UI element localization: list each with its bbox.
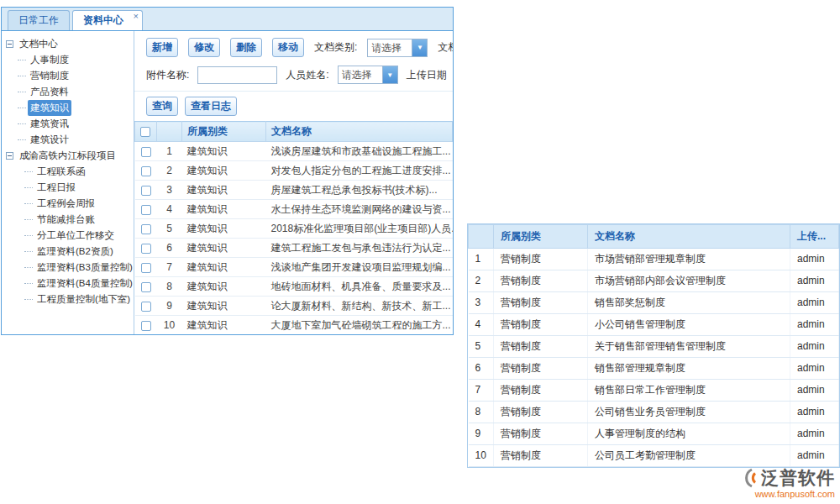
document-row[interactable]: 8建筑知识地砖地面材料、机具准备、质量要求及... [135,277,453,297]
row-checkbox-cell [135,277,157,297]
tab-data-center[interactable]: 资料中心 × [72,10,143,30]
category-header[interactable]: 所属别类 [182,122,266,142]
document-row[interactable]: 9营销制度人事管理制度的结构admin [469,423,839,445]
row-checkbox[interactable] [141,282,151,292]
row-uploader: admin [790,336,839,358]
row-category: 建筑知识 [182,277,266,297]
row-doc-name: 关于销售部管理销售管理制度 [588,336,790,358]
row-doc-name: 对发包人指定分包的工程施工进度安排... [266,161,453,181]
tab-close-icon[interactable]: × [134,12,139,21]
chevron-down-icon[interactable]: ▼ [382,66,397,83]
row-checkbox[interactable] [141,224,151,234]
marketing-docs-table: 所属别类 文档名称 上传... 1营销制度市场营销部管理规章制度admin2营销… [468,224,839,467]
documents-table: 所属别类 文档名称 1建筑知识浅谈房屋建筑和市政基础设施工程施工...2建筑知识… [134,121,453,334]
modify-button[interactable]: 修改 [188,38,220,57]
tree-connector [24,283,33,284]
doc-name-header[interactable]: 文档名称 [588,225,790,249]
row-checkbox[interactable] [141,186,151,196]
tree-item[interactable]: 建筑资讯 [2,116,134,132]
document-row[interactable]: 7营销制度销售部日常工作管理制度admin [469,380,839,402]
tree-item[interactable]: 建筑知识 [2,100,134,116]
doc-name-header[interactable]: 文档名称 [266,122,453,142]
tree-item[interactable]: 监理资料(B2资质) [2,244,134,260]
chevron-down-icon[interactable]: ▼ [412,39,427,56]
toolbar-row-query: 查询 查看日志 [134,91,453,121]
document-row[interactable]: 10营销制度公司员工考勤管理制度admin [469,445,839,467]
tree-item-label: 工程日报 [34,180,78,196]
tree-item[interactable]: 工程日报 [2,180,134,196]
collapse-icon[interactable] [6,152,13,160]
tree-item[interactable]: 成渝高铁内江标段项目 [2,148,134,164]
collapse-icon[interactable] [6,40,13,48]
tree-item[interactable]: 营销制度 [2,68,134,84]
tree-item[interactable]: 工程质量控制(地下室) [2,291,134,307]
document-row[interactable]: 7建筑知识浅谈地产集团开发建设项目监理规划编... [135,258,453,277]
row-category: 建筑知识 [182,239,266,258]
document-row[interactable]: 10建筑知识大厦地下室加气砼墙砌筑工程的施工方... [135,316,453,335]
tree-item[interactable]: 监理资料(B4质量控制) [2,276,134,291]
document-row[interactable]: 2营销制度市场营销部内部会议管理制度admin [469,270,839,292]
document-row[interactable]: 6营销制度销售部管理规章制度admin [469,358,839,380]
tree-item[interactable]: 建筑设计 [2,132,134,148]
row-uploader: admin [790,314,839,336]
move-button[interactable]: 移动 [272,38,304,57]
attachment-name-input[interactable] [197,66,277,84]
document-row[interactable]: 6建筑知识建筑工程施工发包与承包违法行为认定... [135,239,453,258]
document-row[interactable]: 9建筑知识论大厦新材料、新结构、新技术、新工... [135,297,453,316]
row-doc-name: 市场营销部管理规章制度 [588,249,790,270]
row-number: 7 [157,258,182,277]
doc-category-select[interactable]: 请选择 ▼ [367,39,428,57]
tree-item[interactable]: 监理资料(B3质量控制) [2,260,134,276]
row-category: 营销制度 [494,423,588,445]
row-uploader: admin [790,249,839,270]
select-all-checkbox[interactable] [140,127,150,137]
tree-item[interactable]: 工程例会周报 [2,196,134,212]
category-header[interactable]: 所属别类 [494,225,588,249]
document-row[interactable]: 4营销制度小公司销售管理制度admin [469,314,839,336]
row-doc-name: 公司员工考勤管理制度 [588,445,790,467]
view-log-button[interactable]: 查看日志 [185,97,237,116]
document-row[interactable]: 3建筑知识房屋建筑工程总承包投标书(技术标)... [135,181,453,200]
row-doc-name: 水土保持生态环境监测网络的建设与资... [266,200,453,219]
add-button[interactable]: 新增 [146,38,178,57]
person-name-select[interactable]: 请选择 ▼ [338,66,398,84]
row-category: 营销制度 [494,314,588,336]
row-checkbox-cell [135,258,157,277]
row-checkbox[interactable] [141,244,151,254]
tree-item[interactable]: 人事制度 [2,52,134,68]
row-checkbox[interactable] [141,205,151,215]
document-row[interactable]: 2建筑知识对发包人指定分包的工程施工进度安排... [135,161,453,181]
tree-item[interactable]: 工程联系函 [2,164,134,180]
uploader-header[interactable]: 上传... [790,225,839,249]
document-row[interactable]: 1营销制度市场营销部管理规章制度admin [469,249,839,270]
tree-item[interactable]: 节能减排台账 [2,212,134,228]
query-button[interactable]: 查询 [146,97,178,116]
row-number-header [157,122,182,142]
document-row[interactable]: 3营销制度销售部奖惩制度admin [469,292,839,314]
document-row[interactable]: 8营销制度公司销售业务员管理制度admin [469,402,839,423]
tree-item[interactable]: 分工单位工作移交 [2,228,134,244]
document-row[interactable]: 5建筑知识2018标准化监理项目部(业主项目部)人员... [135,219,453,239]
row-number: 8 [157,277,182,297]
tab-data-center-label: 资料中心 [83,14,123,26]
row-category: 建筑知识 [182,297,266,316]
row-checkbox[interactable] [141,166,151,176]
document-row[interactable]: 1建筑知识浅谈房屋建筑和市政基础设施工程施工... [135,142,453,161]
tree-connector [24,267,33,268]
tree-item[interactable]: 产品资料 [2,84,134,100]
row-checkbox[interactable] [141,302,151,312]
row-category: 建筑知识 [182,258,266,277]
document-row[interactable]: 4建筑知识水土保持生态环境监测网络的建设与资... [135,200,453,219]
delete-button[interactable]: 删除 [230,38,262,57]
tab-daily-work[interactable]: 日常工作 [8,10,70,30]
document-row[interactable]: 5营销制度关于销售部管理销售管理制度admin [469,336,839,358]
row-checkbox[interactable] [141,263,151,273]
tree-item[interactable]: 文档中心 [2,36,134,52]
tree-item-label: 成渝高铁内江标段项目 [17,148,118,164]
row-category: 营销制度 [494,292,588,314]
tree-item-label: 工程质量控制(地下室) [34,291,133,307]
row-number: 5 [469,336,494,358]
row-doc-name: 小公司销售管理制度 [588,314,790,336]
row-checkbox[interactable] [141,321,151,331]
row-checkbox[interactable] [141,147,151,157]
